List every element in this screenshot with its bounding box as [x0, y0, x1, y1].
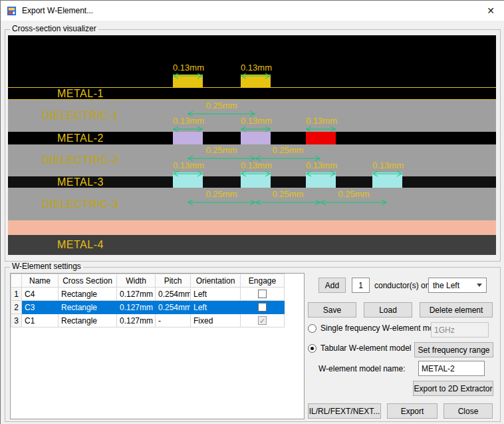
add-button[interactable]: Add	[318, 278, 346, 293]
cell-width[interactable]: 0.127mm	[117, 314, 156, 327]
conductor-table: Name Cross Section Width Pitch Orientati…	[10, 273, 305, 419]
dimension: 0.25mm	[320, 190, 387, 206]
cell-pitch[interactable]: 0.254mm	[156, 301, 191, 314]
set-frequency-range-button[interactable]: Set frequency range	[414, 342, 493, 357]
conductor-metal-2	[306, 132, 336, 144]
dimension: 0.13mm	[241, 161, 271, 177]
dimension-label: 0.13mm	[306, 116, 336, 125]
conductor-metal-2	[173, 132, 203, 144]
dimension-label: 0.25mm	[255, 146, 320, 154]
cell-cross-section[interactable]: Rectangle	[59, 314, 117, 327]
cross-section-canvas: METAL-1DIELECTRIC-1METAL-2DIELECTRIC-2ME…	[8, 35, 496, 255]
col-header-cross-section: Cross Section	[59, 274, 117, 288]
col-header-orientation: Orientation	[191, 274, 241, 288]
tabular-radio[interactable]	[308, 344, 316, 353]
cell-orientation[interactable]: Fixed	[191, 314, 241, 327]
cross-section-visualizer-group: Cross-section visualizer METAL-1DIELECTR…	[5, 29, 501, 262]
conductor-metal-2	[241, 132, 271, 144]
app-icon	[7, 6, 17, 16]
cell-pitch[interactable]: 0.254mm	[156, 288, 191, 301]
cell-name[interactable]: C3	[22, 301, 59, 314]
dimension-arrow-icon	[241, 73, 271, 79]
dimension-label: 0.13mm	[372, 161, 402, 170]
cell-pitch[interactable]: -	[156, 314, 191, 327]
export-button[interactable]: Export	[387, 403, 438, 419]
row-number[interactable]: 3	[11, 314, 22, 327]
export-w-element-dialog: Export W-Element... ✕ Cross-section visu…	[0, 0, 504, 424]
dimension-arrow-icon	[241, 126, 271, 132]
export-2d-extractor-button[interactable]: Export to 2D Extractor	[413, 381, 493, 396]
col-header-name: Name	[22, 274, 59, 288]
row-number[interactable]: 2	[11, 301, 22, 314]
dimension-label: 0.13mm	[241, 161, 271, 170]
dimension: 0.13mm	[306, 116, 336, 132]
dimension: 0.13mm	[173, 161, 203, 177]
dimension-label: 0.13mm	[241, 63, 271, 72]
cell-cross-section[interactable]: Rectangle	[59, 301, 117, 314]
table-row[interactable]: 1 C4 Rectangle 0.127mm 0.254mm Left	[11, 288, 285, 301]
conductor-count-input[interactable]	[352, 278, 370, 293]
tabular-radio-label: Tabular W-element model	[320, 343, 412, 353]
dimension-arrow-icon	[320, 199, 387, 206]
titlebar: Export W-Element... ✕	[1, 1, 504, 21]
side-select-value: the Left	[433, 281, 459, 290]
cell-orientation[interactable]: Left	[191, 288, 241, 301]
cell-width[interactable]: 0.127mm	[117, 288, 156, 301]
dimension-arrow-icon	[173, 126, 203, 132]
cell-engage: ✓	[241, 314, 285, 327]
cell-width[interactable]: 0.127mm	[117, 301, 156, 314]
layer-label: METAL-3	[57, 176, 104, 188]
cell-name[interactable]: C4	[22, 288, 59, 301]
single-frequency-radio-row[interactable]: Single frequency W-element model	[308, 323, 445, 333]
single-frequency-value-input	[431, 322, 489, 337]
layer-label: METAL-2	[57, 132, 104, 144]
engage-checkbox[interactable]	[258, 303, 267, 312]
dimension-arrow-icon	[306, 170, 336, 177]
dimension-arrow-icon	[255, 199, 320, 206]
single-frequency-radio[interactable]	[308, 324, 316, 333]
row-number[interactable]: 1	[11, 288, 22, 301]
engage-checkbox[interactable]	[258, 290, 267, 298]
dimension-label: 0.13mm	[306, 161, 336, 170]
single-frequency-radio-label: Single frequency W-element model	[320, 323, 445, 333]
dimension-label: 0.25mm	[255, 190, 320, 198]
chevron-down-icon	[477, 284, 482, 287]
layer-label: DIELECTRIC-1	[42, 110, 118, 122]
settings-group-label: W-Element settings	[10, 262, 83, 271]
col-header-width: Width	[117, 274, 156, 288]
dimension: 0.13mm	[173, 63, 203, 79]
tabular-radio-row[interactable]: Tabular W-element model	[308, 343, 412, 353]
il-rl-fext-next-button[interactable]: IL/RL/FEXT/NEXT...	[308, 403, 381, 419]
col-header-pitch: Pitch	[156, 274, 191, 288]
dimension: 0.13mm	[372, 161, 402, 177]
cell-orientation[interactable]: Left	[191, 301, 241, 314]
cell-name[interactable]: C1	[22, 314, 59, 327]
dimension-arrow-icon	[241, 170, 271, 177]
window-title: Export W-Element...	[22, 6, 477, 15]
dimension-label: 0.25mm	[188, 146, 255, 154]
save-button[interactable]: Save	[308, 302, 356, 318]
conductors-on-label: conductor(s) on	[374, 281, 430, 290]
cell-engage	[241, 301, 285, 314]
close-button[interactable]: Close	[443, 403, 493, 419]
dimension-label: 0.13mm	[173, 116, 203, 125]
close-icon[interactable]: ✕	[477, 1, 504, 21]
dimension-arrow-icon	[173, 73, 203, 79]
dimension: 0.13mm	[306, 161, 336, 177]
layer-label: DIELECTRIC-2	[42, 154, 118, 166]
engage-checkbox: ✓	[258, 316, 267, 325]
layer-metal-1: METAL-1	[8, 87, 496, 100]
cell-cross-section[interactable]: Rectangle	[59, 288, 117, 301]
delete-element-button[interactable]: Delete element	[420, 302, 493, 318]
table-row-selected[interactable]: 2 C3 Rectangle 0.127mm 0.254mm Left	[11, 301, 285, 314]
side-select[interactable]: the Left	[428, 278, 487, 293]
dimension: 0.25mm	[188, 190, 255, 206]
corner-header	[11, 274, 22, 288]
model-name-input[interactable]	[418, 361, 485, 376]
layer-label: DIELECTRIC-3	[42, 198, 118, 210]
model-name-label: W-element model name:	[318, 364, 406, 373]
dimension-arrow-icon	[188, 199, 255, 206]
table-row[interactable]: 3 C1 Rectangle 0.127mm - Fixed ✓	[11, 314, 285, 327]
dimension: 0.13mm	[173, 116, 203, 132]
load-button[interactable]: Load	[364, 302, 412, 318]
